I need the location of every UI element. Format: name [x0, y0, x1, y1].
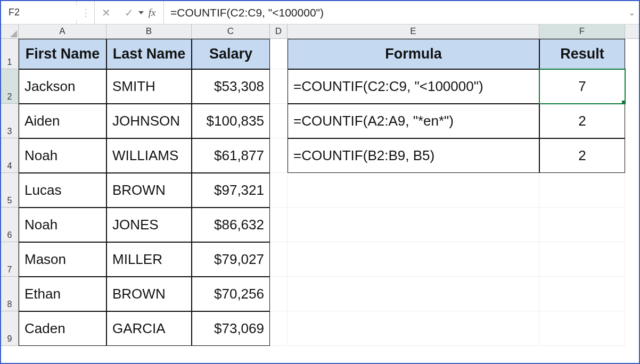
row-3: 3 Aiden JOHNSON $100,835 =COUNTIF(A2:A9,…: [1, 104, 639, 138]
cell-E8[interactable]: [288, 277, 539, 311]
cell-F6[interactable]: [539, 208, 625, 242]
cell-A6[interactable]: Noah: [19, 208, 106, 242]
grid-rows: 1 First Name Last Name Salary Formula Re…: [1, 39, 639, 363]
col-header-B[interactable]: B: [106, 24, 192, 38]
cell-A5[interactable]: Lucas: [19, 173, 106, 208]
row-header-3[interactable]: 3: [1, 104, 19, 138]
col-header-A[interactable]: A: [19, 24, 106, 38]
cell-B5[interactable]: BROWN: [106, 173, 192, 208]
cell-A3[interactable]: Aiden: [19, 104, 106, 138]
cell-F1[interactable]: Result: [539, 39, 625, 69]
formula-bar: ⋮ ✕ ✓ fx =COUNTIF(C2:C9, "<100000") ⌄: [1, 1, 639, 24]
cell-F5[interactable]: [539, 173, 625, 208]
cell-C7[interactable]: $79,027: [192, 242, 270, 277]
cell-C4[interactable]: $61,877: [192, 138, 270, 173]
col-header-E[interactable]: E: [288, 24, 539, 38]
app-frame: ⋮ ✕ ✓ fx =COUNTIF(C2:C9, "<100000") ⌄ A …: [0, 0, 640, 364]
cell-A1[interactable]: First Name: [19, 39, 106, 69]
cell-E7[interactable]: [288, 242, 539, 277]
row-7: 7 Mason MILLER $79,027: [1, 242, 639, 277]
row-5: 5 Lucas BROWN $97,321: [1, 173, 639, 208]
row-header-4[interactable]: 4: [1, 138, 19, 173]
cell-E2[interactable]: =COUNTIF(C2:C9, "<100000"): [288, 69, 539, 104]
formula-input[interactable]: =COUNTIF(C2:C9, "<100000"): [164, 1, 624, 24]
cell-E1[interactable]: Formula: [288, 39, 539, 69]
row-2: 2 Jackson SMITH $53,308 =COUNTIF(C2:C9, …: [1, 69, 639, 104]
formula-bar-grip: ⋮: [77, 1, 95, 24]
cell-A2[interactable]: Jackson: [19, 69, 106, 104]
row-1: 1 First Name Last Name Salary Formula Re…: [1, 39, 639, 69]
formula-bar-buttons: ✕ ✓ fx: [95, 1, 164, 24]
cell-D3[interactable]: [270, 104, 288, 138]
row-6: 6 Noah JONES $86,632: [1, 208, 639, 242]
cell-B1[interactable]: Last Name: [106, 39, 192, 69]
row-header-1[interactable]: 1: [1, 39, 19, 69]
name-box-wrap: [1, 1, 77, 24]
row-header-9[interactable]: 9: [1, 311, 19, 346]
row-4: 4 Noah WILLIAMS $61,877 =COUNTIF(B2:B9, …: [1, 138, 639, 173]
row-header-7[interactable]: 7: [1, 242, 19, 277]
cell-B6[interactable]: JONES: [106, 208, 192, 242]
cell-D4[interactable]: [270, 138, 288, 173]
cell-F8[interactable]: [539, 277, 625, 311]
row-header-2[interactable]: 2: [1, 69, 19, 104]
cell-C8[interactable]: $70,256: [192, 277, 270, 311]
formula-bar-expand-icon[interactable]: ⌄: [624, 1, 639, 24]
cell-E4[interactable]: =COUNTIF(B2:B9, B5): [288, 138, 539, 173]
cell-F7[interactable]: [539, 242, 625, 277]
cell-A8[interactable]: Ethan: [19, 277, 106, 311]
col-header-F[interactable]: F: [539, 24, 625, 38]
cell-B3[interactable]: JOHNSON: [106, 104, 192, 138]
cell-D7[interactable]: [270, 242, 288, 277]
select-all-corner[interactable]: [1, 24, 19, 38]
cell-C6[interactable]: $86,632: [192, 208, 270, 242]
spreadsheet-grid: A B C D E F 1 First Name Last Name Salar…: [1, 24, 639, 363]
cell-D9[interactable]: [270, 311, 288, 346]
row-9: 9 Caden GARCIA $73,069: [1, 311, 639, 346]
cell-E9[interactable]: [288, 311, 539, 346]
cell-C5[interactable]: $97,321: [192, 173, 270, 208]
cell-F4[interactable]: 2: [539, 138, 625, 173]
cell-F9[interactable]: [539, 311, 625, 346]
cell-B2[interactable]: SMITH: [106, 69, 192, 104]
column-header-row: A B C D E F: [1, 24, 639, 39]
cell-C2[interactable]: $53,308: [192, 69, 270, 104]
cell-E3[interactable]: =COUNTIF(A2:A9, "*en*"): [288, 104, 539, 138]
row-header-8[interactable]: 8: [1, 277, 19, 311]
insert-function-button[interactable]: fx: [145, 6, 159, 20]
cell-F3[interactable]: 2: [539, 104, 625, 138]
cell-C9[interactable]: $73,069: [192, 311, 270, 346]
enter-button[interactable]: ✓: [122, 6, 136, 20]
cell-D5[interactable]: [270, 173, 288, 208]
cell-D8[interactable]: [270, 277, 288, 311]
cell-F2[interactable]: 7: [539, 69, 625, 104]
cell-A7[interactable]: Mason: [19, 242, 106, 277]
cell-B8[interactable]: BROWN: [106, 277, 192, 311]
cell-E6[interactable]: [288, 208, 539, 242]
cell-B9[interactable]: GARCIA: [106, 311, 192, 346]
cell-A9[interactable]: Caden: [19, 311, 106, 346]
cell-C1[interactable]: Salary: [192, 39, 270, 69]
row-header-6[interactable]: 6: [1, 208, 19, 242]
cell-E5[interactable]: [288, 173, 539, 208]
cell-B7[interactable]: MILLER: [106, 242, 192, 277]
cell-B4[interactable]: WILLIAMS: [106, 138, 192, 173]
row-8: 8 Ethan BROWN $70,256: [1, 277, 639, 311]
cell-A4[interactable]: Noah: [19, 138, 106, 173]
cancel-button[interactable]: ✕: [100, 6, 113, 20]
cell-C3[interactable]: $100,835: [192, 104, 270, 138]
col-header-D[interactable]: D: [270, 24, 288, 38]
col-header-C[interactable]: C: [192, 24, 270, 38]
cell-D2[interactable]: [270, 69, 288, 104]
cell-D1[interactable]: [270, 39, 288, 69]
row-header-5[interactable]: 5: [1, 173, 19, 208]
cell-D6[interactable]: [270, 208, 288, 242]
